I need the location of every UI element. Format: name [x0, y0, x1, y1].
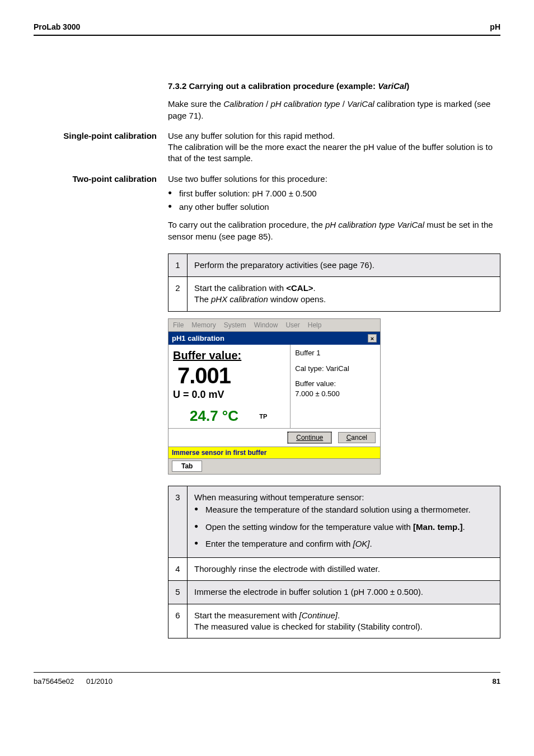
step-row-4: 4 Thoroughly rinse the electrode with di…: [168, 558, 500, 581]
single-point-label: Single-point calibration: [34, 130, 157, 173]
single-p1: Use any buffer solution for this rapid m…: [168, 131, 335, 140]
step-1-num: 1: [168, 253, 188, 276]
step-row-6: 6 Start the measurement with [Continue].…: [168, 604, 500, 638]
two-p2b: pH calibration type VariCal: [325, 220, 424, 229]
step-6-t3: The measured value is checked for stabil…: [194, 622, 423, 631]
step-row-2: 2 Start the calibration with <CAL>. The …: [168, 277, 500, 312]
footer-date: 01/2010: [86, 677, 113, 685]
temp-value: 24.7 °C: [190, 407, 238, 424]
buffer-value-right: 7.000 ± 0.500: [295, 389, 376, 399]
cancel-button[interactable]: Cancel: [338, 432, 376, 443]
footer-code: ba75645e02: [34, 677, 74, 685]
step-3-b2: Open the setting window for the temperat…: [194, 522, 493, 533]
buffer-value-readout: 7.001: [177, 364, 285, 387]
two-point-label: Two-point calibration: [34, 173, 157, 639]
step-2-key: <CAL>: [286, 283, 313, 293]
header-left: ProLab 3000: [34, 22, 80, 31]
step-3-text: When measuring without temperature senso…: [188, 486, 500, 558]
step-2-num: 2: [168, 277, 188, 312]
tab-strip: Tab: [168, 458, 380, 474]
step-row-3: 3 When measuring without temperature sen…: [168, 486, 500, 558]
section-varical: VariCal: [378, 81, 406, 91]
buffer-value-label-right: Buffer value:: [295, 379, 376, 389]
step-6-text: Start the measurement with [Continue]. T…: [188, 604, 500, 638]
buffer-value-label: Buffer value:: [173, 348, 285, 363]
section-title: 7.3.2 Carrying out a calibration procedu…: [168, 81, 500, 92]
window-title: pH1 calibration: [172, 334, 224, 344]
temperature-readout: 24.7 °C TP: [173, 406, 285, 426]
step-2-text: Start the calibration with <CAL>. The pH…: [188, 277, 500, 312]
header-right: pH: [490, 22, 500, 31]
continue-button[interactable]: Continue: [288, 432, 331, 443]
buffer-number: Buffer 1: [295, 348, 376, 358]
menu-user[interactable]: User: [285, 321, 299, 330]
intro-b: Calibration: [223, 99, 264, 109]
menu-help[interactable]: Help: [308, 321, 322, 330]
two-point-intro: Use two buffer solutions for this proced…: [168, 173, 500, 185]
status-bar: Immerse sensor in first buffer: [168, 447, 380, 458]
step-6-t2: .: [338, 611, 340, 620]
footer: ba75645e02 01/2010 81: [34, 672, 500, 685]
step-2-t4: window opens.: [268, 294, 326, 304]
titlebar: pH1 calibration ×: [168, 332, 380, 345]
page-number: 81: [493, 677, 500, 685]
menu-file[interactable]: File: [173, 321, 184, 330]
two-point-bullets: first buffer solution: pH 7.000 ± 0.500 …: [168, 188, 500, 213]
cal-type: Cal type: VariCal: [295, 364, 376, 374]
intro-f: VariCal: [347, 99, 374, 109]
single-p2: The calibration will be the more exact t…: [168, 142, 493, 163]
button-row: Continue Cancel: [168, 428, 380, 447]
intro-paragraph: Make sure the Calibration / pH calibrati…: [168, 98, 500, 121]
intro-c: /: [264, 99, 271, 109]
step-4-text: Thoroughly rinse the electrode with dist…: [188, 558, 500, 581]
menu-window[interactable]: Window: [254, 321, 278, 330]
two-point-note: To carry out the calibration procedure, …: [168, 219, 500, 242]
step-3-b3c: .: [369, 539, 372, 548]
step-row-1: 1 Perform the preparatory activities (se…: [168, 253, 500, 276]
two-b2: any other buffer solution: [168, 201, 500, 213]
step-6-key: [Continue]: [299, 611, 338, 620]
tp-indicator: TP: [259, 413, 267, 420]
step-2-t2: .: [313, 283, 316, 293]
u-value: U = 0.0 mV: [173, 388, 285, 401]
step-3-b2c: .: [462, 522, 465, 532]
step-3-b3a: Enter the temperature and confirm with: [205, 539, 353, 548]
step-2-t3: The: [194, 294, 211, 304]
step-5-text: Immerse the electrode in buffer solution…: [188, 581, 500, 604]
step-6-t1: Start the measurement with: [194, 611, 299, 620]
step-3-b2b: [Man. temp.]: [413, 522, 462, 532]
step-4-num: 4: [168, 558, 188, 581]
step-1-text: Perform the preparatory activities (see …: [188, 253, 500, 276]
step-5-num: 5: [168, 581, 188, 604]
intro-a: Make sure the: [168, 99, 223, 109]
step-3-b2a: Open the setting window for the temperat…: [205, 522, 413, 532]
step-2-t1: Start the calibration with: [194, 283, 286, 293]
menu-memory[interactable]: Memory: [191, 321, 216, 330]
single-point-text: Use any buffer solution for this rapid m…: [168, 130, 500, 165]
step-3-num: 3: [168, 486, 188, 558]
intro-e: /: [340, 99, 348, 109]
cancel-label: Cancel: [346, 434, 367, 442]
tab-item[interactable]: Tab: [172, 461, 202, 472]
step-6-num: 6: [168, 604, 188, 638]
step-3-b3b: [OK]: [353, 539, 369, 548]
continue-label: Continue: [296, 434, 323, 442]
steps-table: 1 Perform the preparatory activities (se…: [168, 253, 500, 312]
step-3-b3: Enter the temperature and confirm with […: [194, 538, 493, 550]
two-b1: first buffer solution: pH 7.000 ± 0.500: [168, 188, 500, 199]
menubar: File Memory System Window User Help: [168, 319, 380, 332]
menu-system[interactable]: System: [224, 321, 246, 330]
intro-d: pH calibration type: [270, 99, 340, 109]
step-row-5: 5 Immerse the electrode in buffer soluti…: [168, 581, 500, 604]
steps-table-2: 3 When measuring without temperature sen…: [168, 486, 500, 638]
section-number-title: 7.3.2 Carrying out a calibration procedu…: [168, 81, 378, 91]
two-p2a: To carry out the calibration procedure, …: [168, 220, 325, 229]
step-3-b1: Measure the temperature of the standard …: [194, 504, 493, 515]
step-2-win: pHX calibration: [211, 294, 268, 304]
close-button[interactable]: ×: [368, 334, 377, 342]
step-3-head: When measuring without temperature senso…: [194, 492, 364, 502]
app-window: File Memory System Window User Help pH1 …: [168, 318, 381, 475]
section-title-close: ): [406, 81, 409, 91]
